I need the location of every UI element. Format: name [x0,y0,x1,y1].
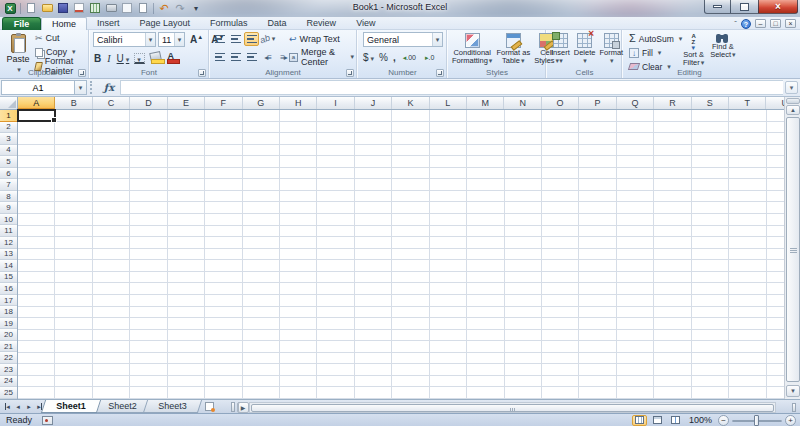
percent-style-button[interactable]: % [379,52,388,63]
format-as-table-button[interactable]: Format asTable [494,31,532,67]
sheet-tab-sheet3[interactable]: Sheet3 [143,400,202,413]
underline-button[interactable]: U [116,53,131,64]
align-middle-button[interactable] [228,32,243,46]
zoom-in-button[interactable]: + [785,415,796,426]
font-dialog-launcher[interactable] [198,69,206,77]
column-header-o[interactable]: O [542,97,579,109]
column-header-l[interactable]: L [430,97,467,109]
row-header-19[interactable]: 19 [0,318,17,330]
tab-page-layout[interactable]: Page Layout [130,17,201,30]
row-header-17[interactable]: 17 [0,295,17,307]
tab-review[interactable]: Review [297,17,347,30]
workbook-minimize-icon[interactable]: – [755,19,766,28]
orientation-button[interactable]: ab [260,32,275,46]
decrease-decimal-button[interactable]: ▸.0 [423,52,436,64]
fill-color-button[interactable] [149,52,161,64]
align-top-button[interactable] [212,32,227,46]
zoom-slider[interactable] [732,415,782,426]
row-header-2[interactable]: 2 [0,122,17,134]
row-header-21[interactable]: 21 [0,341,17,353]
delete-cells-button[interactable]: Delete [572,31,598,67]
scroll-right-icon[interactable]: ▶ [238,402,249,413]
horizontal-split-handle[interactable] [792,403,796,412]
column-header-p[interactable]: P [579,97,616,109]
font-name-dropdown-icon[interactable] [145,33,155,46]
horizontal-scroll-thumb[interactable] [251,404,774,412]
column-header-s[interactable]: S [692,97,729,109]
previous-sheet-button[interactable]: ◂ [13,401,23,412]
autosum-button[interactable]: ΣAutoSum [627,32,684,45]
column-header-q[interactable]: Q [617,97,654,109]
column-header-g[interactable]: G [243,97,280,109]
alignment-dialog-launcher[interactable] [346,69,354,77]
column-header-d[interactable]: D [130,97,167,109]
merge-center-button[interactable]: aMerge & Center [287,51,356,63]
row-header-14[interactable]: 14 [0,260,17,272]
scroll-down-icon[interactable]: ▼ [786,385,800,397]
row-header-25[interactable]: 25 [0,387,17,399]
tab-file[interactable]: File [2,17,41,30]
tab-split-handle[interactable] [231,402,235,412]
row-header-15[interactable]: 15 [0,272,17,284]
normal-view-button[interactable] [632,415,647,426]
column-header-b[interactable]: B [55,97,92,109]
formula-input[interactable] [120,80,783,95]
column-header-u[interactable]: U [766,97,784,109]
vertical-split-handle[interactable] [786,98,800,104]
format-cells-button[interactable]: Format [597,31,625,67]
row-header-9[interactable]: 9 [0,202,17,214]
page-break-view-button[interactable] [668,415,683,426]
column-header-a[interactable]: A [18,97,55,109]
sheet-tab-sheet1[interactable]: Sheet1 [41,400,101,413]
fill-button[interactable]: ↓Fill [627,46,684,59]
accounting-format-button[interactable]: $ [363,52,374,63]
zoom-slider-thumb[interactable] [754,415,759,426]
cut-button[interactable]: Cut [33,32,88,44]
column-header-k[interactable]: K [392,97,429,109]
column-header-m[interactable]: M [467,97,504,109]
help-icon[interactable]: ? [741,19,751,29]
row-header-8[interactable]: 8 [0,191,17,203]
clipboard-dialog-launcher[interactable] [78,69,86,77]
record-macro-icon[interactable] [42,416,53,425]
align-right-button[interactable] [244,50,259,64]
tab-home[interactable]: Home [41,17,87,30]
row-header-11[interactable]: 11 [0,225,17,237]
insert-cells-button[interactable]: Insert [549,31,572,67]
column-header-n[interactable]: N [504,97,541,109]
conditional-formatting-button[interactable]: ConditionalFormatting [450,31,494,67]
find-select-button[interactable]: Find &Select [708,31,737,69]
font-color-button[interactable]: A [165,52,176,64]
column-header-r[interactable]: R [654,97,691,109]
comma-style-button[interactable]: , [393,52,396,63]
select-all-corner[interactable] [0,97,18,110]
sort-filter-button[interactable]: AZSort &Filter [681,31,706,69]
number-format-combo[interactable]: General [363,32,443,47]
cell-grid[interactable] [18,110,784,399]
column-header-e[interactable]: E [168,97,205,109]
column-header-h[interactable]: H [280,97,317,109]
vertical-scroll-thumb[interactable] [786,117,800,382]
workbook-close-icon[interactable]: × [785,19,796,28]
font-size-combo[interactable]: 11 [158,32,185,47]
row-header-3[interactable]: 3 [0,133,17,145]
row-header-12[interactable]: 12 [0,237,17,249]
column-header-f[interactable]: F [205,97,242,109]
row-header-4[interactable]: 4 [0,145,17,157]
expand-formula-bar-icon[interactable] [785,81,798,94]
decrease-indent-button[interactable]: ◂≡ [260,50,275,64]
tab-formulas[interactable]: Formulas [200,17,258,30]
row-header-16[interactable]: 16 [0,283,17,295]
horizontal-scrollbar[interactable]: ◀ ▶ [237,401,800,412]
row-header-10[interactable]: 10 [0,214,17,226]
row-header-13[interactable]: 13 [0,249,17,261]
row-header-6[interactable]: 6 [0,168,17,180]
grow-font-button[interactable]: A▲ [187,34,206,45]
row-header-18[interactable]: 18 [0,306,17,318]
row-header-22[interactable]: 22 [0,352,17,364]
align-center-button[interactable] [228,50,243,64]
zoom-out-button[interactable]: − [718,415,729,426]
maximize-button[interactable] [731,0,758,14]
insert-function-button[interactable]: ƒx [98,82,120,93]
selected-cell-a1[interactable] [17,109,56,122]
